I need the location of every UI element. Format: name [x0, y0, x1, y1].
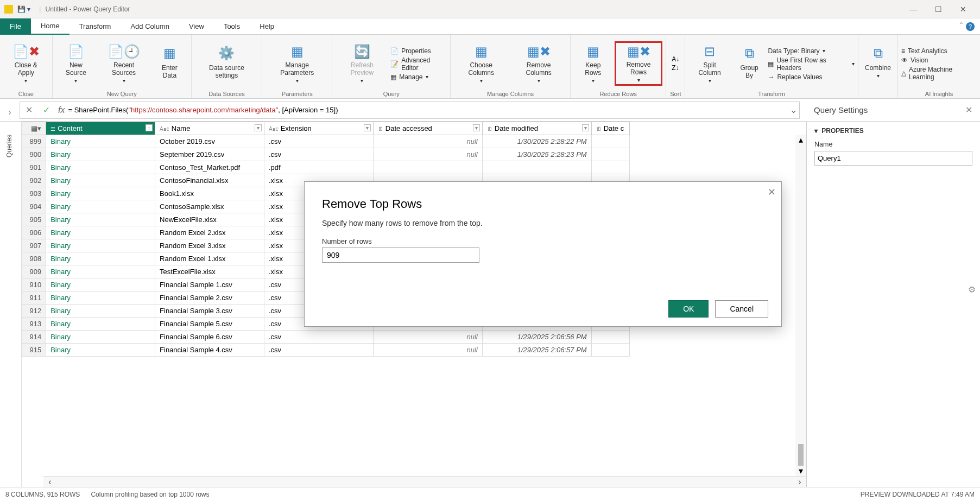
cell-content[interactable]: Binary	[46, 291, 155, 305]
row-number: 912	[22, 305, 46, 318]
formula-text[interactable]: = SharePoint.Files("https://contoso.shar…	[68, 106, 787, 114]
remove-columns-button[interactable]: ▦✖Remove Columns	[510, 41, 567, 86]
column-header-date-accessed[interactable]: 🗓Date accessed▾	[373, 122, 482, 135]
ok-button[interactable]: OK	[668, 300, 709, 318]
queries-pane-collapsed[interactable]	[0, 122, 22, 487]
help-icon[interactable]: ?	[966, 22, 975, 31]
group-by-button[interactable]: ⧉Group By	[733, 41, 766, 86]
cell-content[interactable]: Binary	[46, 213, 155, 226]
recent-sources-button[interactable]: 📄🕘Recent Sources	[98, 41, 149, 86]
filter-dropdown-icon[interactable]: ▾	[582, 124, 589, 131]
queries-expand-icon[interactable]: ›	[8, 107, 11, 117]
table-row[interactable]: 915BinaryFinancial Sample 4.csv.csvnull1…	[22, 344, 630, 357]
column-header-content[interactable]: ☰Content↕	[46, 122, 155, 135]
column-header-date-modified[interactable]: 🗓Date modified▾	[482, 122, 591, 135]
filter-dropdown-icon[interactable]: ▾	[364, 124, 371, 131]
azure-ml-button[interactable]: △Azure Machine Learning	[901, 66, 977, 81]
cell-content[interactable]: Binary	[46, 318, 155, 331]
formula-bar[interactable]: ✕ ✓ fx = SharePoint.Files("https://conto…	[20, 102, 800, 119]
cell-content[interactable]: Binary	[46, 135, 155, 148]
table-icon: ▦	[768, 60, 774, 68]
table-row[interactable]: 901BinaryContoso_Test_Market.pdf.pdf	[22, 161, 630, 174]
cell-date-modified: 1/30/2025 2:28:23 PM	[482, 148, 591, 161]
cell-content[interactable]: Binary	[46, 226, 155, 239]
tab-home[interactable]: Home	[31, 18, 69, 35]
vertical-scrollbar[interactable]: ▴ ▾	[795, 135, 806, 476]
expand-icon[interactable]: ↕	[146, 124, 153, 131]
horizontal-scrollbar[interactable]: ‹ ›	[43, 476, 806, 487]
tab-transform[interactable]: Transform	[69, 18, 121, 35]
table-row[interactable]: 900BinarySeptember 2019.csv.csvnull1/30/…	[22, 148, 630, 161]
cell-content[interactable]: Binary	[46, 239, 155, 252]
enter-data-button[interactable]: ▦Enter Data	[151, 41, 188, 86]
column-header-extension[interactable]: AʙcExtension▾	[264, 122, 373, 135]
cell-content[interactable]: Binary	[46, 161, 155, 174]
properties-button[interactable]: 📄Properties	[390, 47, 431, 55]
filter-dropdown-icon[interactable]: ▾	[473, 124, 480, 131]
cell-content[interactable]: Binary	[46, 200, 155, 213]
status-profiling: Column profiling based on top 1000 rows	[91, 491, 209, 498]
tab-help[interactable]: Help	[250, 18, 284, 35]
remove-rows-button[interactable]: ▦✖Remove Rows	[615, 41, 663, 86]
settings-gear-icon[interactable]: ⚙	[968, 284, 976, 295]
first-row-headers-button[interactable]: ▦Use First Row as Headers	[768, 56, 855, 72]
number-of-rows-input[interactable]	[322, 248, 479, 263]
scroll-left-icon[interactable]: ‹	[43, 477, 56, 487]
scroll-up-icon[interactable]: ▴	[799, 135, 803, 145]
file-menu[interactable]: File	[0, 18, 31, 35]
advanced-editor-button[interactable]: 📝Advanced Editor	[390, 56, 447, 72]
close-apply-button[interactable]: 📄✖Close & Apply	[3, 41, 49, 86]
cancel-button[interactable]: Cancel	[715, 300, 768, 318]
column-header-name[interactable]: AʙcName▾	[155, 122, 264, 135]
query-name-input[interactable]	[814, 151, 972, 166]
scroll-right-icon[interactable]: ›	[793, 477, 806, 487]
properties-section-header[interactable]: ▾ PROPERTIES	[814, 127, 972, 135]
choose-columns-button[interactable]: ▦Choose Columns	[454, 41, 508, 86]
sort-asc-icon[interactable]: A↓	[672, 55, 679, 63]
row-number: 909	[22, 265, 46, 278]
new-source-button[interactable]: 📄New Source	[56, 41, 97, 86]
table-row[interactable]: 899BinaryOctober 2019.csv.csvnull1/30/20…	[22, 135, 630, 148]
cell-content[interactable]: Binary	[46, 344, 155, 357]
tab-add-column[interactable]: Add Column	[121, 18, 179, 35]
replace-values-button[interactable]: →Replace Values	[768, 73, 822, 81]
dialog-close-icon[interactable]: ✕	[768, 186, 776, 198]
vision-button[interactable]: 👁Vision	[901, 56, 928, 64]
cell-content[interactable]: Binary	[46, 187, 155, 200]
sort-desc-icon[interactable]: Z↓	[672, 64, 679, 72]
combine-button[interactable]: ⧉Combine	[862, 41, 894, 86]
data-source-settings-button[interactable]: ⚙️Data source settings	[195, 41, 258, 86]
maximize-button[interactable]: ☐	[926, 5, 951, 14]
cell-extension: .pdf	[264, 161, 373, 174]
query-settings-close-icon[interactable]: ✕	[965, 105, 972, 115]
cell-content[interactable]: Binary	[46, 278, 155, 291]
keep-rows-button[interactable]: ▦Keep Rows	[574, 41, 612, 86]
manage-query-button[interactable]: ▦Manage	[390, 73, 428, 81]
cell-content[interactable]: Binary	[46, 305, 155, 318]
cell-content[interactable]: Binary	[46, 331, 155, 344]
scroll-down-icon[interactable]: ▾	[799, 466, 803, 476]
split-column-button[interactable]: ⊟Split Column	[688, 41, 730, 86]
data-type-selector[interactable]: Data Type: Binary	[768, 47, 825, 55]
cell-content[interactable]: Binary	[46, 174, 155, 187]
row-number-header[interactable]: ▦▾	[22, 122, 46, 135]
formula-cancel-icon[interactable]: ✕	[20, 105, 37, 115]
save-icon[interactable]: 💾 ▾	[17, 5, 30, 13]
refresh-preview-button[interactable]: 🔄Refresh Preview	[336, 41, 388, 86]
tab-view[interactable]: View	[179, 18, 214, 35]
scroll-thumb[interactable]	[798, 444, 804, 466]
column-header-date-created[interactable]: 🗓Date c	[591, 122, 629, 135]
close-window-button[interactable]: ✕	[951, 5, 976, 14]
text-analytics-button[interactable]: ≡Text Analytics	[901, 47, 947, 55]
formula-accept-icon[interactable]: ✓	[37, 105, 55, 115]
filter-dropdown-icon[interactable]: ▾	[255, 124, 262, 131]
tab-tools[interactable]: Tools	[214, 18, 250, 35]
cell-content[interactable]: Binary	[46, 265, 155, 278]
collapse-ribbon-icon[interactable]: ˆ	[960, 22, 963, 31]
cell-content[interactable]: Binary	[46, 148, 155, 161]
manage-parameters-button[interactable]: ▦Manage Parameters	[265, 41, 328, 86]
formula-expand-icon[interactable]: ⌄	[787, 105, 799, 115]
table-row[interactable]: 914BinaryFinancial Sample 6.csv.csvnull1…	[22, 331, 630, 344]
minimize-button[interactable]: —	[901, 5, 926, 14]
cell-content[interactable]: Binary	[46, 252, 155, 265]
